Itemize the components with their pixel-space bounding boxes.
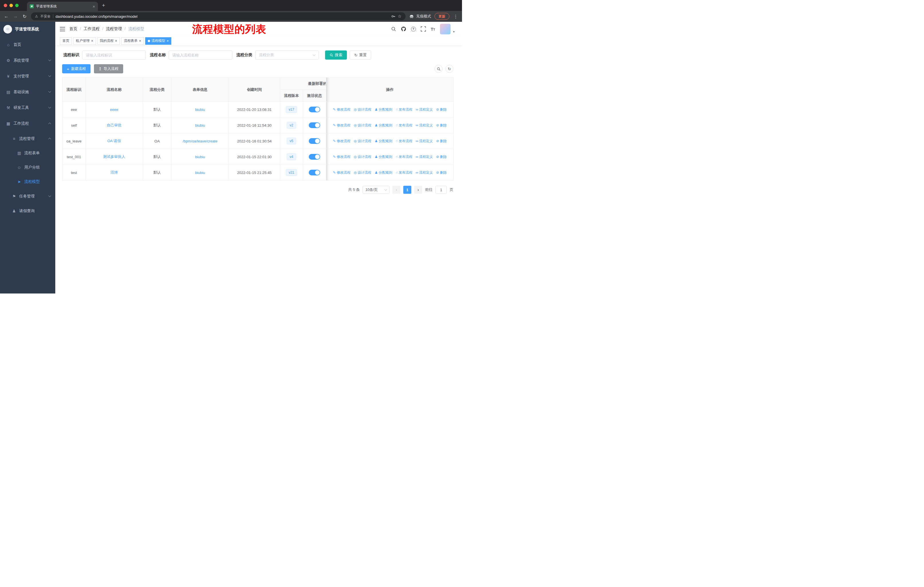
zoom-window-button[interactable] (15, 4, 19, 7)
active-toggle[interactable] (309, 138, 320, 144)
breadcrumb-item[interactable]: 首页 (69, 26, 84, 31)
url-text[interactable]: dashboard.yudao.iocoder.cn/bpm/manager/m… (56, 14, 137, 19)
row-action-link[interactable]: ◎ 设计流程 (354, 154, 371, 159)
row-action-link[interactable]: ⊘ 删除 (436, 107, 447, 112)
row-action-link[interactable]: ◎ 设计流程 (354, 170, 371, 175)
row-action-link[interactable]: ☝ 发布流程 (396, 123, 412, 128)
row-action-link[interactable]: ∞ 流程定义 (416, 170, 433, 175)
close-window-button[interactable] (4, 4, 7, 7)
import-process-button[interactable]: 导入流程 (94, 64, 123, 73)
browser-update-button[interactable]: 更新 (434, 13, 449, 20)
view-tag[interactable]: 流程表单 (121, 37, 144, 45)
row-action-link[interactable]: ♟ 分配规则 (375, 123, 393, 128)
tab-close-icon[interactable] (92, 4, 95, 9)
row-action-link[interactable]: ◎ 设计流程 (354, 107, 371, 112)
next-page-button[interactable] (414, 186, 422, 194)
process-key-input[interactable] (82, 50, 146, 60)
row-action-link[interactable]: ⊘ 删除 (436, 154, 447, 159)
create-process-button[interactable]: 新建流程 (62, 64, 91, 73)
process-name-link[interactable]: 自己审批 (107, 123, 122, 127)
sidebar-menu-item[interactable]: ⚙ 系统管理 (0, 53, 55, 68)
row-action-link[interactable]: ♟ 分配规则 (375, 154, 393, 159)
sidebar-menu-item[interactable]: ☺ 用户分组 (0, 160, 55, 175)
active-toggle[interactable] (309, 107, 320, 112)
sidebar-menu-item[interactable]: ➤ 流程模型 (0, 175, 55, 189)
row-action-link[interactable]: ⊘ 删除 (436, 139, 447, 144)
fullscreen-icon[interactable] (421, 26, 426, 31)
sidebar-menu-item[interactable]: ▤ 基础设施 (0, 84, 55, 100)
form-info-link[interactable]: /bpm/oa/leave/create (183, 139, 218, 143)
search-button[interactable]: 搜索 (325, 50, 347, 60)
form-info-link[interactable]: biubiu (195, 170, 205, 175)
toggle-search-button[interactable] (434, 65, 442, 73)
row-action-link[interactable]: ∞ 流程定义 (416, 123, 433, 128)
address-bar[interactable]: 不安全 dashboard.yudao.iocoder.cn/bpm/manag… (31, 12, 406, 20)
forward-icon[interactable] (13, 14, 18, 19)
row-action-link[interactable]: ✎ 修改流程 (333, 139, 350, 144)
active-toggle[interactable] (309, 154, 320, 160)
user-avatar[interactable] (440, 24, 450, 35)
bookmark-star-icon[interactable] (398, 14, 402, 19)
back-icon[interactable] (3, 14, 9, 19)
active-toggle[interactable] (309, 170, 320, 175)
browser-tab[interactable]: 芋道管理系统 (27, 2, 98, 11)
app-logo[interactable]: 芋道管理系统 (0, 22, 55, 37)
view-tag[interactable]: 流程模型 (145, 37, 172, 45)
row-action-link[interactable]: ∞ 流程定义 (416, 139, 433, 144)
tag-close-icon[interactable] (139, 39, 141, 43)
view-tag[interactable]: 租户管理 (73, 37, 96, 45)
row-action-link[interactable]: ✎ 修改流程 (333, 170, 350, 175)
new-tab-button[interactable] (102, 2, 105, 8)
tag-close-icon[interactable] (167, 39, 169, 43)
prev-page-button[interactable] (393, 186, 401, 194)
process-name-link[interactable]: eeee (110, 107, 118, 112)
process-name-link[interactable]: 测试多审批人 (103, 154, 125, 159)
goto-page-input[interactable] (436, 186, 447, 194)
key-icon[interactable] (391, 14, 396, 19)
minimize-window-button[interactable] (10, 4, 13, 7)
sidebar-menu-item[interactable]: ⌂ 首页 (0, 37, 55, 53)
sidebar-toggle-icon[interactable] (60, 27, 65, 31)
security-label[interactable]: 不安全 (40, 14, 51, 19)
reload-icon[interactable] (22, 14, 28, 19)
row-action-link[interactable]: ☝ 发布流程 (396, 107, 412, 112)
page-size-select[interactable]: 10条/页 (363, 186, 389, 194)
font-size-icon[interactable] (431, 26, 435, 31)
sidebar-menu-item[interactable]: ⚑ 任务管理 (0, 189, 55, 203)
help-icon[interactable] (411, 26, 416, 31)
sidebar-menu-item[interactable]: ▥ 流程表单 (0, 146, 55, 160)
refresh-table-button[interactable] (446, 65, 454, 73)
row-action-link[interactable]: ◎ 设计流程 (354, 123, 371, 128)
browser-menu-icon[interactable] (453, 14, 459, 19)
form-info-link[interactable]: biubiu (195, 123, 205, 127)
row-action-link[interactable]: ✎ 修改流程 (333, 154, 350, 159)
row-action-link[interactable]: ☝ 发布流程 (396, 170, 412, 175)
sidebar-menu-item[interactable]: ⚒ 研发工具 (0, 100, 55, 116)
category-select[interactable]: 流程分类 (255, 50, 319, 60)
view-tag[interactable]: 首页 (60, 37, 72, 45)
sidebar-menu-item[interactable]: ≡ 流程管理 (0, 131, 55, 146)
active-toggle[interactable] (309, 122, 320, 128)
reset-button[interactable]: 重置 (350, 50, 371, 60)
form-info-link[interactable]: biubiu (195, 155, 205, 159)
breadcrumb-item[interactable]: 工作流程 (84, 26, 106, 31)
tag-close-icon[interactable] (91, 39, 93, 43)
current-page-button[interactable]: 1 (403, 186, 411, 194)
row-action-link[interactable]: ♟ 分配规则 (375, 107, 393, 112)
breadcrumb-item[interactable]: 流程模型 (128, 26, 144, 31)
row-action-link[interactable]: ✎ 修改流程 (333, 107, 350, 112)
row-action-link[interactable]: ⊘ 删除 (436, 170, 447, 175)
breadcrumb-item[interactable]: 流程管理 (106, 26, 128, 31)
sidebar-menu-item[interactable]: ♟ 请假查询 (0, 203, 55, 218)
process-name-input[interactable] (169, 50, 232, 60)
sidebar-menu-item[interactable]: ▦ 工作流程 (0, 116, 55, 131)
form-info-link[interactable]: biubiu (195, 107, 205, 112)
row-action-link[interactable]: ♟ 分配规则 (375, 170, 393, 175)
row-action-link[interactable]: ⊘ 删除 (436, 123, 447, 128)
search-icon[interactable] (391, 26, 396, 31)
process-name-link[interactable]: OA 请假 (107, 139, 121, 143)
row-action-link[interactable]: ✎ 修改流程 (333, 123, 350, 128)
row-action-link[interactable]: ☝ 发布流程 (396, 154, 412, 159)
row-action-link[interactable]: ♟ 分配规则 (375, 139, 393, 144)
row-action-link[interactable]: ☝ 发布流程 (396, 139, 412, 144)
